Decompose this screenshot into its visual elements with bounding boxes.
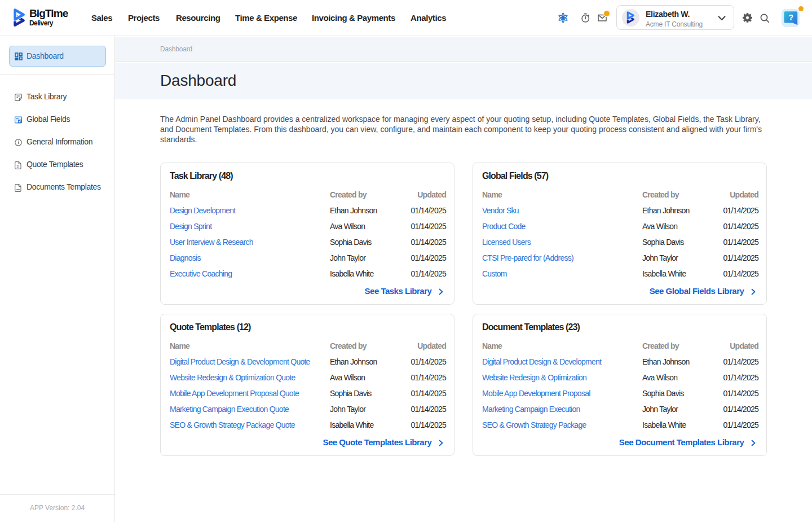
svg-text:s: s: [16, 164, 19, 169]
svg-text:?: ?: [788, 13, 793, 22]
